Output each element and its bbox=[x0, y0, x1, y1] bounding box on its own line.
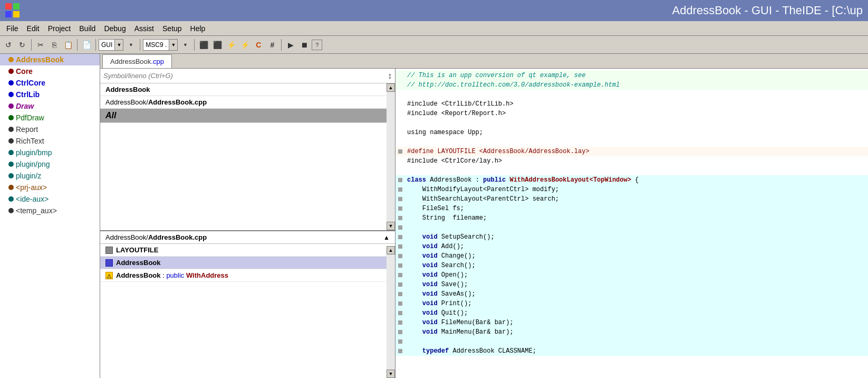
code-content-14: FileSel fs; bbox=[405, 204, 868, 213]
code-content-5 bbox=[405, 118, 868, 128]
scroll-track[interactable] bbox=[387, 92, 395, 222]
code-content-13: WithSearchLayout<ParentCtrl> search; bbox=[405, 194, 868, 204]
menu-file[interactable]: File bbox=[2, 23, 23, 34]
build-btn6[interactable]: # bbox=[266, 39, 278, 51]
sidebar-item-richtext[interactable]: RichText bbox=[0, 135, 100, 147]
redo-button[interactable]: ↻ bbox=[16, 39, 28, 51]
bottom-scroll-track[interactable] bbox=[387, 254, 395, 370]
build-btn1[interactable]: ⬛ bbox=[197, 39, 210, 51]
gutter-22 bbox=[396, 280, 405, 289]
bottom-icon-addressbook-inherit: ⚠ bbox=[105, 272, 113, 279]
code-line: #include <Report/Report.h> bbox=[396, 109, 868, 118]
debug-btn1[interactable]: ▶ bbox=[284, 39, 297, 51]
sidebar-item-ide-aux[interactable]: <ide-aux> bbox=[0, 193, 100, 205]
code-content-8: #define LAYOUTFILE <AddressBook/AddressB… bbox=[405, 147, 868, 156]
bottom-item-addressbook-inherit[interactable]: ⚠AddressBook : public WithAddress bbox=[100, 269, 395, 282]
mode-dropdown[interactable]: GUI ▼ bbox=[99, 39, 123, 51]
bottom-item-addressbook-def[interactable]: AddressBook bbox=[100, 257, 395, 269]
code-line: void Open(); bbox=[396, 270, 868, 280]
code-content-18: void Add(); bbox=[405, 242, 868, 251]
cut-button[interactable]: ✂ bbox=[34, 39, 47, 51]
sidebar-dot-pdfdraw bbox=[8, 115, 14, 120]
build-btn3[interactable]: ⚡ bbox=[225, 39, 237, 51]
open-button[interactable]: 📄 bbox=[80, 39, 93, 51]
code-content-28 bbox=[405, 337, 868, 346]
build-btn4[interactable]: ⚡ bbox=[238, 39, 251, 51]
paste-button[interactable]: 📋 bbox=[62, 39, 74, 51]
top-scrollbar: ▲ ▼ bbox=[387, 83, 395, 230]
compiler-dropdown[interactable]: MSC9 . ▼ bbox=[143, 39, 178, 51]
mode-arrow[interactable]: ▼ bbox=[114, 40, 123, 50]
bottom-scroll-down[interactable]: ▼ bbox=[387, 370, 395, 378]
sidebar-dot-draw bbox=[8, 103, 14, 109]
build-btn5[interactable]: C bbox=[252, 39, 265, 51]
symbol-input[interactable] bbox=[103, 72, 388, 80]
sidebar-dot-ide-aux bbox=[8, 196, 14, 202]
code-content-21: void Open(); bbox=[405, 270, 868, 280]
sort-icon[interactable]: ↕ bbox=[388, 71, 392, 81]
help-btn[interactable]: ? bbox=[312, 40, 322, 50]
menu-help[interactable]: Help bbox=[186, 23, 210, 34]
copy-button[interactable]: ⎘ bbox=[48, 39, 61, 51]
menu-build[interactable]: Build bbox=[75, 23, 100, 34]
code-line: using namespace Upp; bbox=[396, 128, 868, 137]
top-list-item-addressbook-class[interactable]: AddressBook bbox=[100, 83, 395, 96]
menu-edit[interactable]: Edit bbox=[23, 23, 44, 34]
top-list-item-all[interactable]: All bbox=[100, 109, 395, 123]
bottom-collapse-arrow[interactable]: ▲ bbox=[383, 234, 390, 241]
sidebar-item-temp-aux[interactable]: <temp_aux> bbox=[0, 205, 100, 216]
bottom-list: AddressBook/AddressBook.cpp ▲ ▲ ▼ LAYOUT… bbox=[100, 231, 395, 378]
bottom-scroll-up[interactable]: ▲ bbox=[387, 246, 395, 254]
gutter-0 bbox=[396, 71, 405, 80]
code-line: void Add(); bbox=[396, 242, 868, 251]
debug-btn2[interactable]: ⏹ bbox=[298, 39, 311, 51]
sidebar-item-core[interactable]: Core bbox=[0, 65, 100, 77]
code-content-29: typedef AddressBook CLASSNAME; bbox=[405, 346, 868, 356]
code-content-15: String filename; bbox=[405, 213, 868, 223]
code-content-25: void Quit(); bbox=[405, 308, 868, 318]
scroll-down-arrow[interactable]: ▼ bbox=[387, 222, 395, 230]
compiler-arrow[interactable]: ▼ bbox=[169, 40, 177, 50]
sidebar-item-report[interactable]: Report bbox=[0, 124, 100, 135]
code-line: // http://doc.trolltech.com/3.0/addressb… bbox=[396, 80, 868, 90]
code-line: WithSearchLayout<ParentCtrl> search; bbox=[396, 194, 868, 204]
sidebar-item-plugin-z[interactable]: plugin/z bbox=[0, 170, 100, 182]
sidebar-item-plugin-bmp[interactable]: plugin/bmp bbox=[0, 147, 100, 158]
gutter-23 bbox=[396, 289, 405, 299]
tab-addressbook-cpp[interactable]: AddressBook.cpp bbox=[102, 54, 172, 68]
code-content-7 bbox=[405, 137, 868, 147]
menu-assist[interactable]: Assist bbox=[130, 23, 158, 34]
code-content-6: using namespace Upp; bbox=[405, 128, 868, 137]
build-btn2[interactable]: ⬛ bbox=[211, 39, 224, 51]
toolbar: ↺ ↻ ✂ ⎘ 📋 📄 GUI ▼ ▼ MSC9 . ▼ ▼ ⬛ ⬛ ⚡ ⚡ C… bbox=[0, 36, 868, 54]
menu-project[interactable]: Project bbox=[44, 23, 75, 34]
sidebar-item-ctrllib[interactable]: CtrlLib bbox=[0, 89, 100, 100]
menu-setup[interactable]: Setup bbox=[158, 23, 186, 34]
sidebar-item-addressbook[interactable]: AddressBook bbox=[0, 54, 100, 65]
bottom-item-layoutfile[interactable]: LAYOUTFILE bbox=[100, 244, 395, 257]
gutter-27 bbox=[396, 327, 405, 337]
bottom-scrollbar: ▲ ▼ bbox=[387, 246, 395, 378]
editor-area: ↕ AddressBookAddressBook/AddressBook.cpp… bbox=[100, 69, 868, 378]
sidebar-item-plugin-png[interactable]: plugin/png bbox=[0, 158, 100, 170]
gutter-9 bbox=[396, 156, 405, 166]
undo-button[interactable]: ↺ bbox=[2, 39, 15, 51]
mode-extra-arrow[interactable]: ▼ bbox=[124, 39, 137, 51]
top-list-item-addressbook-cpp-file[interactable]: AddressBook/AddressBook.cpp bbox=[100, 96, 395, 109]
gutter-4 bbox=[396, 109, 405, 118]
sidebar-item-prj-aux[interactable]: <prj-aux> bbox=[0, 182, 100, 193]
code-line: // This is an upp conversion of qt examp… bbox=[396, 71, 868, 80]
sidebar-item-draw[interactable]: Draw bbox=[0, 100, 100, 112]
scroll-up-arrow[interactable]: ▲ bbox=[387, 83, 395, 92]
window-title: AddressBook - GUI - TheIDE - [C:\up bbox=[26, 4, 863, 17]
code-panel[interactable]: // This is an upp conversion of qt examp… bbox=[396, 69, 868, 378]
menu-debug[interactable]: Debug bbox=[100, 23, 130, 34]
code-line: WithModifyLayout<ParentCtrl> modify; bbox=[396, 185, 868, 194]
sidebar-dot-addressbook bbox=[8, 57, 14, 62]
symbol-input-bar: ↕ bbox=[100, 69, 395, 83]
sidebar-item-pdfdraw[interactable]: PdfDraw bbox=[0, 112, 100, 124]
sidebar-item-ctrlcore[interactable]: CtrlCore bbox=[0, 77, 100, 89]
code-line bbox=[396, 166, 868, 175]
comp-extra-arrow[interactable]: ▼ bbox=[179, 39, 191, 51]
sidebar-label-plugin-z: plugin/z bbox=[16, 172, 41, 180]
